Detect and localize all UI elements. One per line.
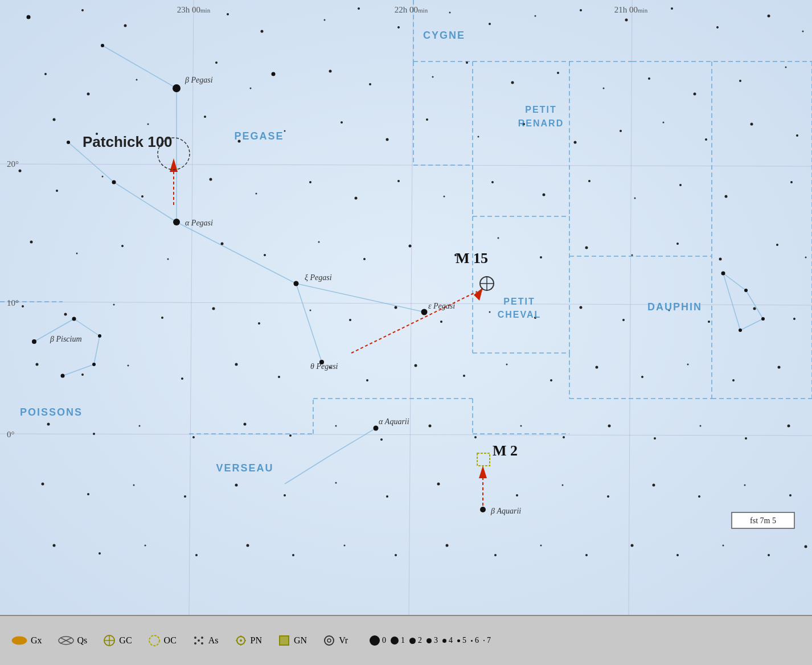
svg-text:CHEVAL: CHEVAL <box>498 310 542 319</box>
svg-point-66 <box>72 317 76 321</box>
svg-point-59 <box>173 219 180 225</box>
svg-point-204 <box>335 425 337 427</box>
svg-text:10°: 10° <box>7 298 19 307</box>
svg-point-180 <box>793 318 795 320</box>
mag-label-0: 0 <box>382 636 386 645</box>
svg-point-161 <box>776 244 778 246</box>
svg-text:VERSEAU: VERSEAU <box>216 462 273 474</box>
svg-point-283 <box>149 635 159 646</box>
svg-point-211 <box>654 437 656 440</box>
svg-point-130 <box>102 176 104 178</box>
svg-point-89 <box>580 9 582 11</box>
svg-point-136 <box>397 180 400 182</box>
svg-point-164 <box>64 313 67 316</box>
mag-dot-0 <box>370 635 380 646</box>
svg-point-139 <box>543 194 546 196</box>
svg-point-227 <box>653 484 655 487</box>
svg-point-117 <box>341 121 343 124</box>
svg-point-91 <box>671 7 673 10</box>
svg-point-173 <box>489 311 491 313</box>
mag-dot-7 <box>483 640 485 641</box>
gn-label: GN <box>294 635 307 646</box>
svg-point-237 <box>344 545 346 547</box>
mag-label-7: 7 <box>487 636 491 645</box>
svg-point-61 <box>294 281 299 286</box>
svg-point-133 <box>256 193 257 195</box>
svg-point-244 <box>676 554 679 556</box>
mag-label-5: 5 <box>462 636 466 645</box>
svg-point-58 <box>173 84 181 92</box>
star-map: 23h 00min 22h 00min 21h 00min 20° 10° 0°… <box>0 0 812 615</box>
magnitude-scale: 0 1 2 3 4 5 6 7 <box>370 635 491 646</box>
legend-gn: GN <box>278 634 307 647</box>
mag-label-4: 4 <box>449 636 453 645</box>
svg-point-207 <box>474 436 477 438</box>
svg-point-219 <box>235 484 238 487</box>
svg-point-104 <box>511 81 514 84</box>
gx-label: Gx <box>31 635 42 646</box>
svg-point-214 <box>788 425 790 428</box>
svg-point-195 <box>687 364 689 366</box>
svg-point-233 <box>145 545 146 547</box>
svg-point-101 <box>369 83 371 85</box>
svg-point-297 <box>327 639 331 642</box>
svg-point-93 <box>768 15 770 18</box>
svg-point-209 <box>563 436 565 438</box>
svg-point-120 <box>478 136 479 138</box>
svg-point-102 <box>432 76 434 78</box>
svg-point-193 <box>596 366 598 369</box>
svg-point-158 <box>631 254 633 256</box>
mag-dot-1 <box>391 637 399 645</box>
svg-point-194 <box>641 376 643 378</box>
svg-point-188 <box>366 379 368 381</box>
as-symbol <box>192 634 205 647</box>
svg-point-78 <box>27 15 31 19</box>
svg-point-296 <box>325 636 334 645</box>
svg-point-64 <box>480 507 486 512</box>
svg-text:PETIT: PETIT <box>503 297 535 306</box>
svg-point-138 <box>491 181 494 183</box>
mag-dot-3 <box>426 638 432 643</box>
svg-text:α Pegasi: α Pegasi <box>185 219 213 227</box>
svg-point-189 <box>415 364 417 367</box>
svg-text:PEGASE: PEGASE <box>234 130 284 142</box>
svg-point-190 <box>463 375 465 377</box>
svg-point-243 <box>631 544 634 547</box>
svg-point-135 <box>355 197 358 200</box>
svg-point-107 <box>648 77 650 80</box>
svg-point-216 <box>87 493 89 495</box>
svg-point-234 <box>195 554 198 556</box>
svg-text:Patchick 100: Patchick 100 <box>83 133 173 150</box>
svg-point-124 <box>663 122 665 124</box>
svg-point-179 <box>753 307 756 310</box>
svg-point-210 <box>608 425 611 428</box>
svg-point-220 <box>284 494 286 496</box>
svg-point-163 <box>22 305 24 307</box>
svg-text:23h 00min: 23h 00min <box>177 5 211 14</box>
svg-point-126 <box>751 123 753 126</box>
mag-dot-6 <box>471 640 473 642</box>
svg-point-202 <box>244 423 247 426</box>
svg-text:θ Pegasi: θ Pegasi <box>310 362 338 371</box>
svg-point-228 <box>698 495 700 498</box>
svg-point-144 <box>790 181 793 183</box>
legend-gx: Gx <box>11 635 42 646</box>
svg-point-206 <box>429 425 432 428</box>
svg-point-111 <box>53 118 56 121</box>
svg-text:PETIT: PETIT <box>525 105 556 114</box>
svg-point-213 <box>745 437 747 440</box>
svg-text:0°: 0° <box>7 430 15 439</box>
svg-point-116 <box>284 130 286 132</box>
svg-point-149 <box>221 243 224 245</box>
svg-point-172 <box>440 321 442 323</box>
svg-point-86 <box>449 12 451 14</box>
svg-point-99 <box>250 88 252 89</box>
svg-point-175 <box>580 306 583 309</box>
legend-gc: GC <box>103 634 132 647</box>
svg-point-108 <box>694 93 696 96</box>
svg-point-168 <box>258 322 260 325</box>
gc-symbol <box>103 634 116 647</box>
svg-point-150 <box>264 254 266 256</box>
svg-point-181 <box>36 363 39 366</box>
vr-symbol <box>323 634 335 647</box>
